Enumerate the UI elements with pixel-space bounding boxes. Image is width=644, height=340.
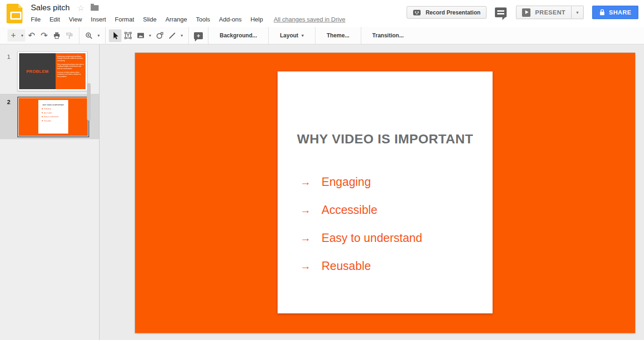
undo-button[interactable]: ↶ [25,29,38,42]
thumb1-title: PROBLEM [26,69,49,74]
shape-icon [156,31,164,40]
line-tool-button[interactable] [166,29,179,42]
redo-button[interactable]: ↷ [38,29,50,42]
menu-slide[interactable]: Slide [143,16,157,23]
bullet-arrow-icon: → [300,260,322,272]
cursor-icon [111,31,119,40]
line-dropdown[interactable]: ▾ [179,29,185,42]
thumb2-bullet: Reusable [42,120,68,122]
top-header: Sales pitch ☆ File Edit View Insert Form… [0,0,644,27]
thumb2-bullet: Easy to understand [42,116,68,118]
folder-icon[interactable] [91,5,99,11]
record-presentation-label: Record Presentation [426,9,480,16]
menu-addons[interactable]: Add-ons [219,16,242,23]
saved-status-link[interactable]: All changes saved in Drive [274,16,345,23]
layout-dropdown-caret: ▾ [301,33,304,38]
text-box-icon [124,31,132,40]
menu-view[interactable]: View [69,16,82,23]
toolbar-separator [79,27,79,44]
document-title[interactable]: Sales pitch [31,3,70,13]
slide-1-thumbnail[interactable]: PROBLEM Explaining complicated workflows… [17,51,87,91]
menu-tools[interactable]: Tools [196,16,210,23]
bullet-item: → Engaging [300,168,488,196]
header-actions: Record Presentation PRESENT ▾ SHARE [407,6,638,19]
new-slide-dropdown[interactable]: ▾ [19,29,25,42]
play-icon [522,8,530,17]
present-button[interactable]: PRESENT [516,6,572,19]
insert-image-button[interactable] [134,29,147,42]
slide-content-box[interactable]: WHY VIDEO IS IMPORTANT → Engaging → Acce… [278,71,493,313]
thumb2-bullet-list: Engaging Accessible Easy to understand R… [42,108,68,122]
menu-insert[interactable]: Insert [91,16,106,23]
present-dropdown-button[interactable]: ▾ [572,6,584,19]
background-button[interactable]: Background... [212,27,265,44]
menu-bar: File Edit View Insert Format Slide Arran… [31,16,345,23]
thumb2-bullet: Engaging [42,108,68,110]
new-slide-button[interactable]: + [7,29,19,42]
paint-format-icon [65,32,73,40]
zoom-dropdown[interactable]: ▾ [95,29,102,42]
layout-button[interactable]: Layout ▾ [272,27,312,44]
select-tool-button[interactable] [109,29,122,42]
current-slide[interactable]: WHY VIDEO IS IMPORTANT → Engaging → Acce… [135,53,635,333]
theme-button[interactable]: Theme... [319,27,358,44]
comment-plus-icon: + [194,32,203,39]
toolbar-separator [188,27,189,44]
shape-tool-button[interactable] [153,29,166,42]
filmstrip-scrollbar[interactable] [87,83,91,120]
thumb2-content-box: WHY VIDEO IS IMPORTANT Engaging Accessib… [38,100,68,134]
slide-canvas: WHY VIDEO IS IMPORTANT → Engaging → Acce… [100,44,644,340]
present-label: PRESENT [535,9,565,16]
menu-file[interactable]: File [31,16,41,23]
slide-title[interactable]: WHY VIDEO IS IMPORTANT [278,131,493,147]
menu-format[interactable]: Format [115,16,134,23]
paint-format-button[interactable] [63,29,76,42]
menu-arrange[interactable]: Arrange [165,16,187,23]
toolbar-separator [208,27,208,44]
image-dropdown[interactable]: ▾ [147,29,153,42]
new-slide-button-group: + ▾ [7,29,25,42]
bullet-arrow-icon: → [300,176,322,188]
toolbar-separator [105,27,106,44]
star-icon[interactable]: ☆ [77,3,84,13]
main-area: 1 PROBLEM Explaining complicated workflo… [0,44,644,340]
title-block: Sales pitch ☆ File Edit View Insert Form… [31,2,345,23]
bullet-arrow-icon: → [300,204,322,216]
text-box-tool-button[interactable] [122,29,134,42]
slide-bullet-list[interactable]: → Engaging → Accessible → Easy to unders… [300,168,488,280]
slide-1-number: 1 [0,51,17,91]
menu-edit[interactable]: Edit [50,16,60,23]
bullet-arrow-icon: → [300,232,322,244]
comments-icon[interactable] [495,7,507,17]
slide-filmstrip: 1 PROBLEM Explaining complicated workflo… [0,44,100,340]
bullet-item: → Reusable [300,252,488,280]
thumb1-paragraph: Increase in ticket volume when customers… [57,71,84,78]
bullet-text: Reusable [322,259,371,273]
share-button[interactable]: SHARE [592,6,638,19]
zoom-icon [85,32,93,40]
bullet-item: → Easy to understand [300,224,488,252]
record-camera-icon [413,8,422,17]
bullet-text: Engaging [322,175,371,189]
menu-help[interactable]: Help [250,16,263,23]
slides-logo-icon[interactable] [7,4,22,23]
print-icon [53,32,61,40]
filmstrip-row-1: 1 PROBLEM Explaining complicated workflo… [0,49,99,94]
thumb1-text-panel: Explaining complicated workflows through… [56,53,86,89]
bullet-text: Easy to understand [322,231,422,245]
filmstrip-row-2-selected: 2 WHY VIDEO IS IMPORTANT Engaging Access… [0,94,99,139]
image-icon [136,32,145,39]
record-presentation-button[interactable]: Record Presentation [407,6,487,19]
thumb2-bullet: Accessible [42,112,68,114]
bullet-text: Accessible [322,203,378,217]
lock-icon [599,9,605,16]
share-label: SHARE [609,9,631,16]
print-button[interactable] [50,29,63,42]
slide-2-thumbnail[interactable]: WHY VIDEO IS IMPORTANT Engaging Accessib… [17,97,89,137]
thumb2-title: WHY VIDEO IS IMPORTANT [39,104,68,106]
thumb1-dark-panel: PROBLEM [19,53,56,89]
line-icon [168,32,176,40]
insert-comment-button[interactable]: + [192,29,205,42]
zoom-button[interactable] [83,29,95,42]
transition-button[interactable]: Transition... [365,27,412,44]
